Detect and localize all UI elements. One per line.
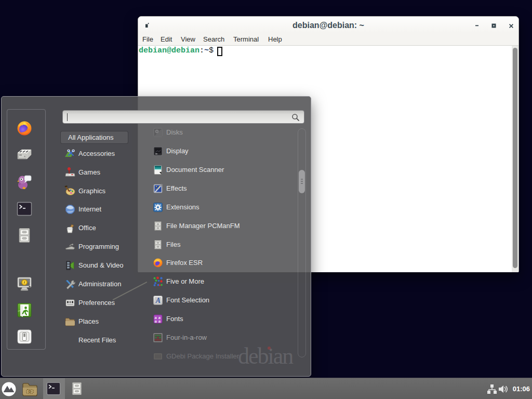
svg-text:D: D [29, 389, 32, 394]
svg-text:a: a [155, 318, 157, 324]
svg-text:a: a [158, 318, 161, 324]
svg-text:A: A [155, 297, 161, 304]
